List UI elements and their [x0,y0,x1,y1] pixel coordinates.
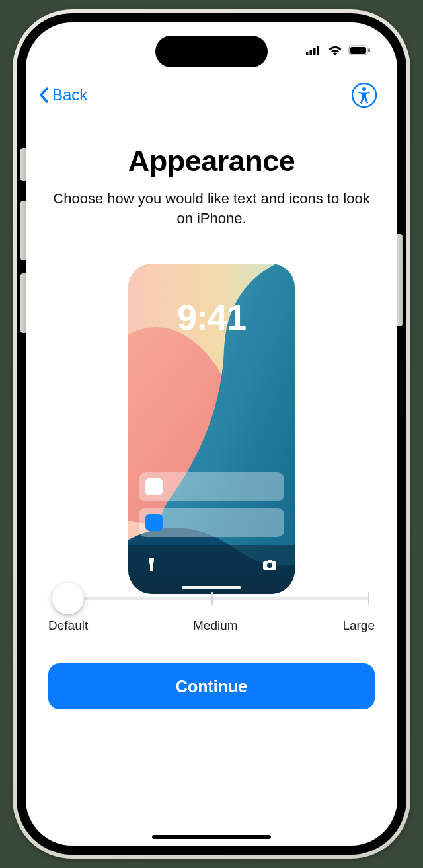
slider-label-medium: Medium [193,618,238,633]
page-title: Appearance [48,144,375,178]
slider-tick-large [368,592,369,605]
svg-rect-10 [149,558,154,561]
svg-rect-3 [317,46,320,55]
wifi-icon [327,44,343,59]
battery-icon [348,45,371,58]
camera-icon [263,560,276,573]
svg-rect-0 [306,52,309,55]
svg-rect-5 [350,47,366,54]
dynamic-island [155,36,268,67]
volume-down-button [20,273,26,333]
preview-app-icon-white [145,478,163,495]
continue-button[interactable]: Continue [48,663,375,709]
slider-tick-medium [212,592,213,605]
back-label: Back [52,86,87,104]
phone-frame: Back Appearance Choose how you would lik… [13,9,410,859]
svg-point-8 [362,87,366,91]
appearance-preview: 9:41 [128,264,295,594]
flashlight-icon [147,558,156,574]
cellular-icon [306,45,322,58]
preview-notification-2 [139,508,284,537]
volume-up-button [20,201,26,260]
preview-notification-1 [139,472,284,501]
slider-track-line [68,597,369,600]
power-button [397,234,403,326]
svg-rect-2 [313,48,316,55]
home-indicator[interactable] [152,835,271,839]
slider-thumb[interactable] [52,583,84,614]
mute-switch [20,148,26,181]
slider-label-large: Large [342,618,375,633]
back-button[interactable]: Back [38,86,87,104]
continue-label: Continue [176,677,247,696]
slider-label-default: Default [48,618,88,633]
accessibility-icon [352,83,377,108]
preview-clock: 9:41 [128,297,295,338]
svg-rect-1 [310,50,313,55]
page-subtitle: Choose how you would like text and icons… [48,189,375,228]
text-size-slider[interactable] [48,583,375,609]
chevron-left-icon [38,86,51,104]
preview-app-icon-blue [145,514,163,531]
svg-rect-6 [368,48,370,52]
accessibility-button[interactable] [350,81,379,110]
